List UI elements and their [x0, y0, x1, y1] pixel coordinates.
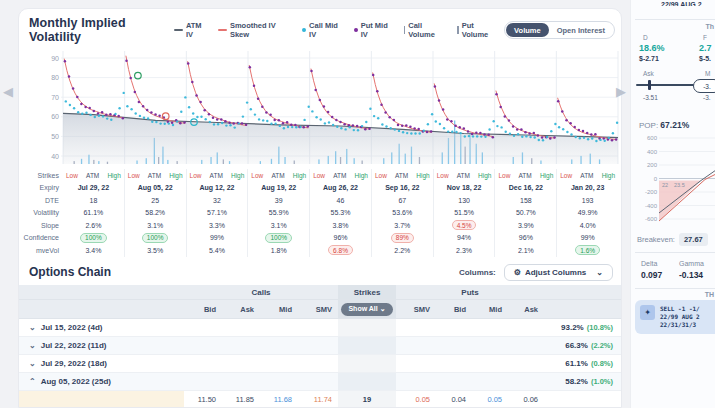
- price-slider-tick[interactable]: [648, 80, 651, 90]
- expiry-column-6[interactable]: LowATMHighSep 16, 226753.6%3.7%89%2.2%: [372, 169, 434, 257]
- adjust-columns-label: Adjust Columns: [525, 268, 586, 277]
- legend-item-put-mid-iv[interactable]: Put Mid IV: [354, 21, 395, 39]
- strike-high-label: High: [478, 172, 491, 179]
- group-iv-percent: 66.3%(2.2%): [544, 341, 621, 350]
- gear-icon: ⚙: [514, 268, 521, 277]
- expiry-group-label: ⌃Aug 05, 2022 (25d): [19, 377, 184, 386]
- expiry-column-3[interactable]: LowATMHighAug 12, 223257.1%3.3%99%5.4%: [187, 169, 249, 257]
- volatility-value: 49.9%: [557, 207, 618, 220]
- trade-leg-item[interactable]: ✦ SELL -1 -1/22/99 AUG 222/31/31/3: [635, 300, 715, 334]
- carousel-left-arrow[interactable]: ◀: [3, 84, 13, 99]
- breakeven-value: 27.67: [679, 233, 708, 246]
- row-label-confidence: Confidence: [19, 232, 63, 245]
- slope-value: 4.5%: [434, 219, 495, 232]
- legend-item-atm-iv[interactable]: ATM IV: [174, 21, 209, 39]
- strike-atm-label: ATM: [86, 172, 99, 179]
- group-iv-change: (1.0%): [591, 377, 613, 386]
- svg-text:40: 40: [51, 153, 59, 160]
- expiry-group-row[interactable]: ⌄Jul 22, 2022 (11d)66.3%(2.2%): [19, 337, 621, 355]
- expiry-column-4[interactable]: LowATMHighAug 19, 223955.9%3.1%100%1.8%: [248, 169, 310, 257]
- legend-item-call-mid-iv[interactable]: Call Mid IV: [302, 21, 345, 39]
- expiry-group-row[interactable]: ⌄Jul 15, 2022 (4d)93.2%(10.8%): [19, 319, 621, 337]
- strike-low-label: Low: [251, 172, 263, 179]
- call-ask: 11.85: [222, 395, 260, 404]
- strike-low-label: Low: [375, 172, 387, 179]
- row-label-strikes: Strikes: [19, 169, 63, 182]
- group-iv-percent: 58.2%(1.0%): [544, 377, 621, 386]
- strikes-group-header: Strikes: [338, 285, 396, 299]
- call-smv: 11.74: [298, 395, 338, 404]
- call-col-smv[interactable]: SMV: [298, 305, 338, 314]
- legend-dot-icon: [302, 28, 306, 32]
- show-all-button[interactable]: Show All ⌄: [341, 303, 392, 316]
- confidence-value: 94%: [434, 232, 495, 245]
- strike-labels: LowATMHigh: [495, 169, 556, 182]
- divider: [635, 19, 715, 20]
- divider: [635, 252, 715, 253]
- strike-cell: 19: [338, 391, 396, 408]
- toggle-open-interest[interactable]: Open Interest: [549, 23, 613, 37]
- dte-value: 32: [187, 194, 248, 207]
- put-col-smv[interactable]: SMV: [396, 305, 436, 314]
- strike-low-label: Low: [190, 172, 202, 179]
- confidence-value-badge: 100%: [265, 233, 292, 243]
- toggle-volume[interactable]: Volume: [506, 23, 549, 37]
- adjust-columns-button[interactable]: ⚙ Adjust Columns ⌄: [504, 264, 613, 281]
- options-chain-table: CallsStrikesPutsBidAskMidSMVShow All ⌄SM…: [19, 285, 621, 408]
- dte-value: 193: [557, 194, 618, 207]
- price-slider-handle[interactable]: -3.: [693, 79, 715, 93]
- page: Monthly Implied Volatility ATM IVSmoothe…: [0, 0, 715, 408]
- mvevol-value: 3.4%: [63, 244, 124, 257]
- expiry-value: Aug 12, 22: [187, 182, 248, 195]
- strike-low-label: Low: [437, 172, 449, 179]
- delta-label: Delta: [641, 260, 657, 267]
- expiry-column-7[interactable]: LowATMHighNov 18, 2213051.5%4.5%94%2.3%: [434, 169, 496, 257]
- chevron-down-icon: ⌄: [596, 268, 603, 277]
- expiry-column-2[interactable]: LowATMHighAug 05, 222558.2%3.1%100%3.5%: [125, 169, 187, 257]
- mvevol-value: 3.5%: [125, 244, 186, 257]
- expiry-group-row[interactable]: ⌃Aug 05, 2022 (25d)58.2%(1.0%): [19, 373, 621, 391]
- put-col-mid[interactable]: Mid: [472, 305, 508, 314]
- options-chain-title: Options Chain: [29, 265, 111, 279]
- mvevol-value: 2.2%: [372, 244, 433, 257]
- expiry-column-5[interactable]: LowATMHighAug 26, 224655.3%3.8%96%6.8%: [310, 169, 372, 257]
- legend-item-label: Call Volume: [408, 21, 448, 39]
- strike-high-label: High: [231, 172, 244, 179]
- put-col-ask[interactable]: Ask: [508, 305, 544, 314]
- strikes-filter-cell: Show All ⌄: [338, 300, 396, 318]
- expiry-column-8[interactable]: LowATMHighDec 16, 2215850.7%3.9%96%2.1%: [495, 169, 557, 257]
- call-mid: 11.68: [260, 395, 298, 404]
- expiry-column-1[interactable]: LowATMHighJul 29, 221861.1%2.6%100%3.4%: [63, 169, 125, 257]
- legend-item-put-volume[interactable]: Put Volume: [457, 21, 500, 39]
- expiry-group-text: Jul 22, 2022 (11d): [41, 341, 107, 350]
- strike-atm-label: ATM: [580, 172, 593, 179]
- option-strike-row[interactable]: 11.5011.8511.6811.74190.050.040.050.06: [19, 391, 621, 408]
- legend-item-smoothed-iv-skew[interactable]: Smoothed IV Skew: [218, 21, 293, 39]
- put-col-bid[interactable]: Bid: [436, 305, 472, 314]
- group-iv-change: (10.8%): [587, 323, 613, 332]
- strike-labels: LowATMHigh: [434, 169, 495, 182]
- slider-right-value: -3.: [703, 94, 711, 101]
- chevron-down-icon: ⌄: [29, 323, 36, 332]
- trade-leg-text: SELL -1 -1/22/99 AUG 222/31/31/3: [660, 305, 700, 329]
- dte-value: 18: [63, 194, 124, 207]
- legend-item-call-volume[interactable]: Call Volume: [404, 21, 448, 39]
- strike-high-label: High: [169, 172, 182, 179]
- strike-atm-label: ATM: [333, 172, 346, 179]
- strike-labels: LowATMHigh: [248, 169, 309, 182]
- put-smv: 0.05: [396, 395, 436, 404]
- call-col-mid[interactable]: Mid: [260, 305, 298, 314]
- strike-low-label: Low: [128, 172, 140, 179]
- trades-header-clipped: TH: [705, 291, 714, 298]
- volatility-value: 53.6%: [372, 207, 433, 220]
- expiry-value: Nov 18, 22: [434, 182, 495, 195]
- expiry-column-9[interactable]: LowATMHighJan 20, 2319349.9%4.0%99%1.6%: [557, 169, 618, 257]
- call-bid: 11.50: [184, 395, 222, 404]
- expiry-table-row-labels: StrikesExpiryDTEVolatilitySlopeConfidenc…: [19, 169, 63, 257]
- dte-value: 158: [495, 194, 556, 207]
- call-col-bid[interactable]: Bid: [184, 305, 222, 314]
- expiry-group-row[interactable]: ⌄Jul 29, 2022 (18d)61.1%(0.8%): [19, 355, 621, 373]
- svg-text:60: 60: [51, 113, 59, 120]
- call-col-ask[interactable]: Ask: [222, 305, 260, 314]
- carousel-right-arrow[interactable]: ▶: [616, 84, 626, 99]
